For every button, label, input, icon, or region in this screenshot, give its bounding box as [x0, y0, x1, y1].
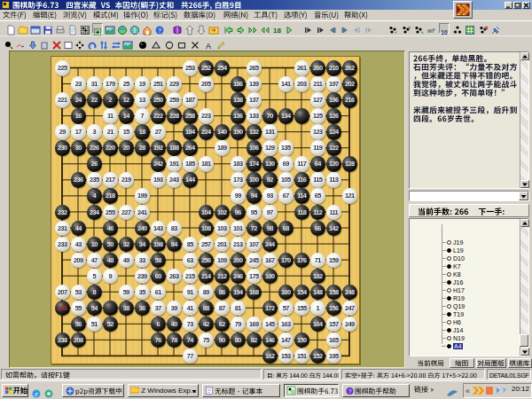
- svg-text:10: 10: [441, 29, 448, 35]
- svg-text:18: 18: [273, 27, 281, 35]
- svg-text:wf: wf: [427, 27, 434, 34]
- svg-text:«: «: [466, 387, 470, 395]
- svg-text:?: ?: [158, 27, 161, 34]
- svg-text:?: ?: [348, 388, 352, 395]
- svg-text:e: e: [35, 390, 38, 398]
- svg-text:A: A: [206, 42, 211, 51]
